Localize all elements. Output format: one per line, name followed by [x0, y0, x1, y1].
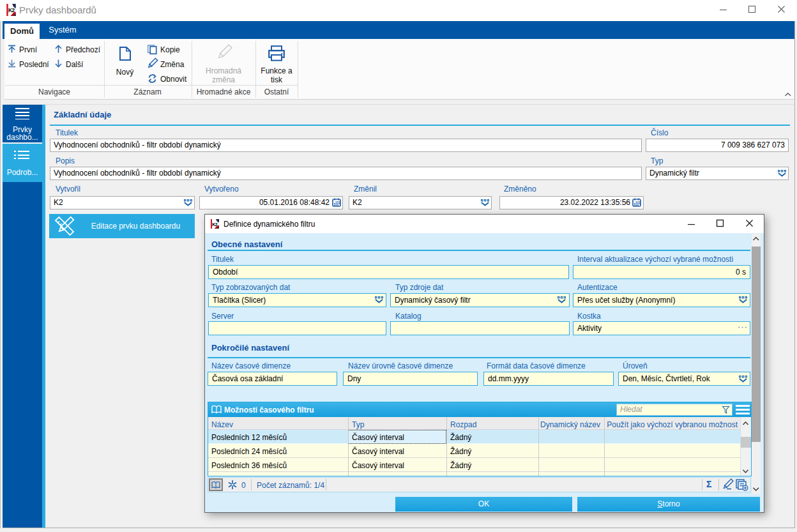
svg-text:K2: K2 — [8, 7, 15, 13]
svg-text:K2: K2 — [212, 222, 218, 227]
